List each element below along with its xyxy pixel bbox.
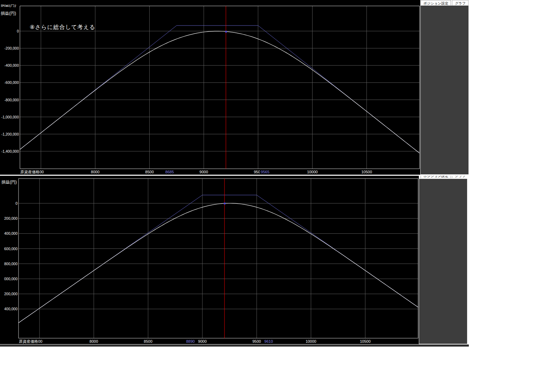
x-tick-label: 8500 (145, 170, 153, 174)
x-tick-label: 10000 (306, 339, 316, 343)
y-tick-label: 200,000 (4, 292, 17, 296)
options-analysis-app: { "app": { "tabs": [ {"label": "ポジション設定"… (0, 0, 544, 392)
y-tick-label: -1,200,000 (1, 132, 19, 136)
settings-panel-top (420, 5, 469, 175)
payoff-chart-top[interactable]: 0-200,000-400,000-600,000-800,000-1,000,… (0, 0, 420, 175)
y-axis-title-clipped: 損益(円) (1, 5, 20, 8)
y-tick-label: 0 (17, 29, 19, 33)
y-tick-label: 800,000 (4, 262, 17, 266)
y-axis-title: 損益(円) (1, 179, 17, 185)
payoff-chart-bottom[interactable]: 0200,000400,000600,000800,000000,000200,… (0, 176, 419, 344)
y-tick-label: -1,400,000 (1, 149, 19, 153)
tab-graph[interactable]: グラフ (452, 176, 467, 178)
y-tick-label: 400,000 (4, 307, 17, 311)
y-tick-label: 0 (15, 201, 17, 205)
x-tick-label: 10500 (360, 339, 371, 343)
chart-background (0, 176, 419, 344)
x-axis-caption: 原資産価格00 (19, 339, 42, 343)
x-tick-label: 10000 (307, 170, 318, 174)
x-axis-caption: 原資産価格00 (20, 170, 44, 174)
settings-panel-bottom (419, 179, 467, 344)
y-tick-label: -200,000 (5, 46, 19, 50)
y-tick-label: -400,000 (5, 63, 19, 67)
x-tick-label: 9000 (200, 170, 208, 174)
y-tick-label: 600,000 (4, 247, 17, 251)
module-top: 0-200,000-400,000-600,000-800,000-1,000,… (0, 0, 544, 176)
chart-background (0, 0, 420, 175)
y-tick-label: -800,000 (5, 98, 19, 102)
y-tick-label: 200,000 (4, 216, 17, 220)
x-tick-label: 9000 (198, 339, 207, 343)
breakeven-label: 9610 (264, 339, 273, 343)
x-tick-label: 8500 (144, 339, 152, 343)
y-tick-label: -600,000 (5, 80, 19, 85)
y-tick-label: -1,000,000 (1, 115, 19, 119)
breakeven-label: 9565 (261, 170, 269, 174)
x-tick-label: 8000 (90, 339, 98, 343)
breakeven-label: 8890 (186, 339, 194, 343)
x-tick-label: 10500 (361, 170, 372, 174)
y-tick-label: 000,000 (4, 277, 17, 281)
y-axis-title: 損益(円) (1, 10, 16, 16)
cursor-value-marker (225, 31, 227, 32)
window-bottom-edge (0, 344, 469, 347)
breakeven-label: 8685 (165, 170, 174, 174)
cursor-value-marker (224, 203, 226, 204)
x-tick-label: 8000 (91, 170, 99, 174)
x-tick-label: 9500 (252, 339, 261, 343)
tab-position-settings[interactable]: ポジション設定 (421, 176, 451, 178)
y-tick-label: 400,000 (4, 231, 17, 235)
module-bottom: 0200,000400,000600,000800,000000,000200,… (0, 176, 544, 346)
panel-tabs-clipped: ポジション設定 グラフ (421, 176, 467, 178)
